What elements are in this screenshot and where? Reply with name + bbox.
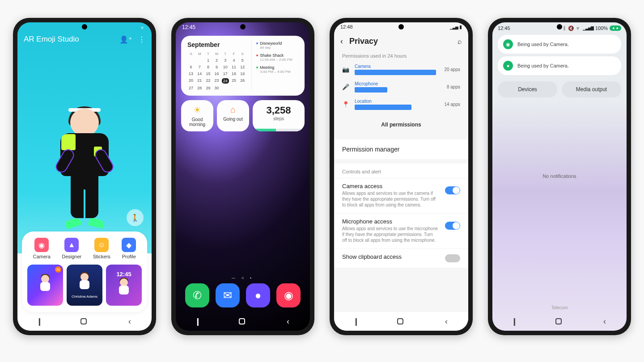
phone-homescreen: 12:45 September SMTWTFS12345678910111213… (171, 18, 314, 335)
cal-day[interactable]: 14 (196, 72, 203, 76)
perm-row-microphone[interactable]: 🎤 Microphone 8 apps (334, 80, 468, 97)
cal-day[interactable] (230, 86, 237, 90)
perm-row-location[interactable]: 📍 Location 14 apps (334, 97, 468, 114)
cal-day[interactable]: 2 (213, 58, 220, 63)
cal-day[interactable]: 19 (239, 72, 246, 76)
nav-home[interactable] (80, 318, 87, 324)
cal-day[interactable]: 28 (196, 86, 203, 90)
tool-profile[interactable]: ◆ Profile (122, 238, 136, 259)
nav-home[interactable] (239, 318, 245, 324)
cal-day[interactable]: 25 (230, 78, 237, 84)
camera-mic-indicator[interactable]: ●● (610, 25, 621, 31)
cal-day[interactable]: 20 (187, 78, 195, 84)
cal-day[interactable]: 3 (222, 58, 229, 63)
carrier-label: Telecom (492, 305, 627, 312)
cal-day[interactable]: 15 (204, 72, 212, 76)
cal-day[interactable]: 8 (204, 65, 212, 69)
template-thumb[interactable]: Christina Adams (67, 265, 102, 306)
nav-back[interactable]: › (445, 317, 448, 326)
section-label: Permissions used in 24 hours (334, 52, 468, 62)
tool-camera[interactable]: ◉ Camera (33, 238, 51, 259)
event-time: 3:00 PM – 4:00 PM (260, 70, 298, 74)
nav-home[interactable] (397, 318, 403, 324)
cal-day[interactable]: 12 (239, 65, 246, 69)
nav-recent[interactable]: ||| (38, 317, 39, 326)
cal-day[interactable]: 9 (213, 65, 220, 69)
all-permissions-link[interactable]: All permissions (334, 114, 468, 135)
location-icon: 📍 (342, 101, 349, 108)
cal-day[interactable]: 16 (213, 72, 220, 76)
perm-row-camera[interactable]: 📷 Camera 20 apps (334, 62, 468, 80)
cal-day[interactable]: 30 (213, 86, 220, 90)
nav-back[interactable]: › (128, 317, 131, 326)
cal-day[interactable] (222, 86, 229, 90)
nav-home[interactable] (555, 318, 562, 324)
page-indicator[interactable]: — ⌂ • (176, 273, 310, 283)
cal-day[interactable]: 7 (196, 65, 203, 69)
wifi-icon: ᯤ (140, 25, 145, 30)
template-thumb[interactable]: N (27, 265, 63, 306)
tool-designer[interactable]: ▲ Designer (62, 238, 81, 259)
add-user-icon[interactable]: 👤⁺ (119, 35, 132, 44)
cal-day[interactable]: 11 (230, 65, 237, 69)
cal-day[interactable]: 29 (204, 86, 212, 90)
perm-count: 14 apps (441, 102, 460, 107)
routine-widget-morning[interactable]: ☀ Good morning (181, 100, 213, 131)
cal-day[interactable]: 23 (213, 78, 220, 84)
camera-icon: 📷 (342, 66, 349, 73)
steps-value: 3,258 (257, 105, 300, 116)
tool-stickers[interactable]: ☺ Stickers (93, 238, 110, 259)
pose-fab[interactable]: 🚶 (127, 209, 144, 226)
cal-day[interactable] (196, 58, 203, 63)
cal-day[interactable]: 24 (222, 78, 229, 84)
control-row[interactable]: Microphone access Allows apps and servic… (334, 213, 468, 248)
cal-day[interactable]: 1 (204, 58, 212, 63)
nav-back[interactable]: › (287, 317, 289, 326)
cal-day[interactable]: 6 (187, 65, 195, 69)
event-time: 11:00 AM – 2:00 PM (260, 58, 298, 62)
dock-app-2[interactable]: ● (246, 283, 270, 307)
cal-day[interactable]: 17 (222, 72, 229, 76)
dock-app-0[interactable]: ✆ (185, 283, 209, 307)
media-output-chip[interactable]: Media output (562, 81, 621, 97)
nav-recent[interactable]: ||| (513, 317, 514, 326)
toggle-on[interactable] (445, 186, 460, 194)
cal-day[interactable] (187, 58, 195, 63)
cal-day[interactable]: 18 (230, 72, 237, 76)
cal-event[interactable]: Disneyworld All day (256, 41, 298, 50)
permission-manager-link[interactable]: Permission manager (334, 139, 468, 159)
nav-back[interactable]: › (603, 317, 606, 326)
dock-app-1[interactable]: ✉ (216, 283, 240, 307)
control-row[interactable]: Camera access Allows apps and services t… (334, 178, 468, 213)
back-icon[interactable]: ‹ (340, 37, 343, 46)
devices-chip[interactable]: Devices (498, 81, 557, 97)
cal-day[interactable]: 27 (187, 86, 195, 90)
toggle-on[interactable] (445, 222, 460, 230)
notification[interactable]: ● Being used by Camera. (498, 56, 621, 75)
search-icon[interactable]: ⌕ (458, 38, 462, 46)
toggle-off[interactable] (445, 254, 460, 262)
cal-day[interactable]: 26 (239, 78, 246, 84)
nav-recent[interactable]: ||| (196, 317, 197, 326)
clipboard-access-row[interactable]: Show clipboard access (334, 248, 468, 268)
cal-day[interactable]: 4 (230, 58, 237, 63)
more-icon[interactable]: ⋮ (138, 35, 145, 44)
template-thumb[interactable]: 12:45 (106, 265, 142, 306)
dock-app-3[interactable]: ◉ (276, 283, 301, 307)
nav-recent[interactable]: ||| (355, 317, 356, 326)
avatar-character[interactable] (51, 106, 118, 236)
phone-notification-panel: 12:45 ᛒ 🔇 ᯤ ▁▃▅▇ 100% ●● ◉ Being used by… (488, 18, 631, 335)
cal-day[interactable]: 10 (222, 65, 229, 69)
home-icon: ⌂ (220, 105, 246, 115)
routine-widget-out[interactable]: ⌂ Going out (217, 100, 249, 131)
cal-day[interactable]: 21 (196, 78, 203, 84)
thumb-name: Christina Adams (72, 295, 97, 299)
cal-day[interactable]: 5 (239, 58, 246, 63)
cal-event[interactable]: Meeting 3:00 PM – 4:00 PM (256, 65, 298, 74)
notification[interactable]: ◉ Being used by Camera. (498, 35, 621, 54)
cal-day[interactable]: 13 (187, 72, 195, 76)
steps-widget[interactable]: 3,258 steps (253, 100, 305, 131)
cal-day[interactable]: 22 (204, 78, 212, 84)
calendar-widget[interactable]: September SMTWTFS12345678910111213141516… (181, 36, 305, 96)
cal-event[interactable]: Shake Shack 11:00 AM – 2:00 PM (256, 53, 298, 62)
